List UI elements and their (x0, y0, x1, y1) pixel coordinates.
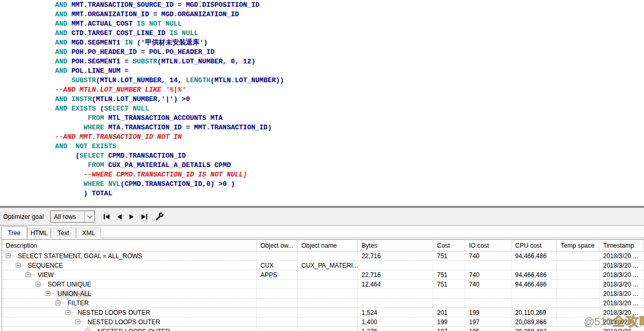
io-cost-cell: 195 (465, 327, 511, 331)
preferences-button[interactable] (155, 212, 164, 221)
plan-tree-row[interactable]: VIEWAPPS22,71675174094,466,4862018/3/20 … (2, 270, 644, 280)
collapse-icon[interactable] (6, 253, 10, 258)
collapse-icon[interactable] (56, 301, 60, 305)
tree-guide-line (28, 270, 28, 272)
column-header-object-name[interactable]: Object name (298, 240, 358, 251)
object-name-cell (298, 327, 358, 331)
cost-cell: 751 (433, 280, 465, 289)
timestamp-cell: 2018/3/20 ... (599, 289, 644, 298)
timestamp-cell: 2018/3/20 ... (599, 251, 644, 260)
code-line: (SELECT CPMD.TRANSACTION_ID (55, 151, 284, 161)
temp-space-cell (557, 251, 599, 260)
plan-tree-row[interactable]: SORT UNIQUE12,46475174094,466,4862018/3/… (2, 280, 644, 289)
tab-xml[interactable]: XML (76, 228, 101, 238)
tree-guide-line (88, 327, 88, 329)
first-record-button[interactable] (103, 213, 111, 220)
column-header-cpu-cost[interactable]: CPU cost (511, 240, 557, 251)
tree-guide-line (58, 299, 58, 301)
timestamp-cell: 2018/3/20 (599, 327, 644, 331)
code-line: --AND MTLN.LOT_NUMBER LIKE '%|%' (55, 85, 284, 95)
io-cost-cell (465, 289, 511, 298)
plan-step-label: SEQUENCE (26, 262, 64, 269)
io-cost-cell: 740 (465, 280, 511, 289)
object-name-cell (298, 317, 358, 326)
column-header-io-cost[interactable]: IO cost (465, 240, 511, 251)
code-line: AND MMT.TRANSACTION_SOURCE_ID = MGD.DISP… (55, 1, 284, 10)
cpu-cost-cell (511, 289, 557, 298)
collapse-icon[interactable] (46, 291, 50, 296)
plan-tree-row[interactable]: UNION-ALL2018/3/20 ... (2, 289, 644, 299)
object-owner-cell: CUX (257, 261, 298, 270)
grid-header: DescriptionObject ow...Object nameBytesC… (2, 240, 644, 251)
plan-tree-row[interactable]: SEQUENCECUXCUX_PA_MATERI...2018/3/20 ... (2, 261, 644, 270)
temp-space-cell (557, 289, 599, 298)
tab-text[interactable]: Text (51, 228, 76, 238)
sql-editor[interactable]: AND MMT.TRANSACTION_SOURCE_ID = MGD.DISP… (0, 0, 644, 206)
last-record-button[interactable] (140, 213, 148, 220)
next-record-button[interactable] (128, 213, 135, 220)
description-cell: NESTED LOOPS OUTER (2, 308, 257, 317)
timestamp-cell: 2018/3/20 ... (599, 280, 644, 289)
plan-tree-grid: DescriptionObject ow...Object nameBytesC… (2, 239, 644, 331)
io-cost-cell: 740 (465, 251, 511, 260)
column-header-timestamp[interactable]: Timestamp (599, 240, 644, 251)
timestamp-cell: 2018/3/20 ... (599, 308, 644, 317)
object-owner-cell (257, 299, 298, 307)
previous-icon (117, 214, 122, 219)
column-header-description[interactable]: Description (2, 240, 257, 251)
cpu-cost-cell (511, 299, 557, 307)
tab-tree[interactable]: Tree (1, 226, 27, 239)
description-cell: SELECT STATEMENT, GOAL = ALL_ROWS (2, 251, 257, 260)
description-cell: UNION-ALL (2, 289, 257, 298)
io-cost-cell: 199 (465, 308, 511, 317)
plan-tree-row[interactable]: NESTED LOOPS OUTER1,40019919720,089,8662… (2, 317, 644, 327)
column-header-temp-space[interactable]: Temp space (557, 240, 599, 251)
temp-space-cell (557, 261, 599, 270)
collapse-icon[interactable] (26, 272, 30, 277)
description-cell: FILTER (2, 299, 257, 307)
collapse-icon[interactable] (66, 310, 70, 315)
bytes-cell: 1,400 (358, 317, 433, 326)
temp-space-cell (557, 317, 599, 326)
tree-guide-line (18, 261, 18, 263)
column-header-object-owner[interactable]: Object ow... (257, 240, 298, 251)
bytes-cell: 22,716 (358, 270, 433, 279)
plan-tree-row[interactable]: NESTED LOOPS OUTER1,27619719520,069,4622… (2, 327, 644, 331)
code-line: --WHERE CPMD.TRANSACTION_ID IS NOT NULL) (55, 170, 284, 180)
code-line: --AND MMT.TRANSACTION_ID NOT IN (55, 133, 284, 142)
plan-tree-row[interactable]: FILTER2018/3/20 ... (2, 299, 644, 308)
cost-cell: 197 (433, 327, 465, 331)
plan-step-label: NESTED LOOPS OUTER (86, 318, 162, 326)
cpu-cost-cell (511, 261, 557, 270)
temp-space-cell (557, 280, 599, 289)
next-icon (129, 214, 134, 219)
collapse-icon[interactable] (75, 319, 80, 324)
tree-guide-line (38, 280, 38, 282)
code-line: AND NOT EXISTS (55, 142, 284, 151)
column-header-cost[interactable]: Cost (433, 240, 465, 251)
plan-tree-row[interactable]: NESTED LOOPS OUTER1,52420119920,110,2692… (2, 308, 644, 317)
code-line: SUBSTR(MTLN.LOT_NUMBER, 14, LENGTH(MTLN.… (55, 76, 284, 85)
collapse-icon[interactable] (85, 329, 90, 331)
code-line: AND MMT.ACTUAL_COST IS NOT NULL (55, 19, 284, 29)
object-name-cell (298, 289, 358, 298)
column-header-bytes[interactable]: Bytes (358, 240, 433, 251)
prev-record-button[interactable] (116, 213, 123, 220)
bytes-cell: 1,276 (358, 327, 433, 331)
optimizer-goal-select[interactable]: All rows (50, 211, 95, 223)
collapse-icon[interactable] (36, 282, 40, 286)
plan-tree-row[interactable]: SELECT STATEMENT, GOAL = ALL_ROWS22,7167… (2, 251, 644, 261)
object-owner-cell (257, 289, 298, 298)
collapse-icon[interactable] (16, 263, 20, 268)
tab-html[interactable]: HTML (27, 228, 51, 238)
plan-step-label: SELECT STATEMENT, GOAL = ALL_ROWS (16, 252, 144, 260)
plan-step-label: NESTED LOOPS OUTER (96, 328, 172, 331)
object-name-cell (298, 251, 358, 260)
code-line: FROM CUX_PA_MATERIAL_A_DETAILS CPMD (55, 161, 284, 170)
plan-step-label: VIEW (36, 271, 56, 279)
bytes-cell (358, 261, 433, 270)
object-owner-cell (257, 327, 298, 331)
chevron-down-icon (84, 211, 94, 222)
cpu-cost-cell: 94,466,486 (511, 280, 557, 289)
code-line: ) TOTAL (55, 189, 284, 198)
